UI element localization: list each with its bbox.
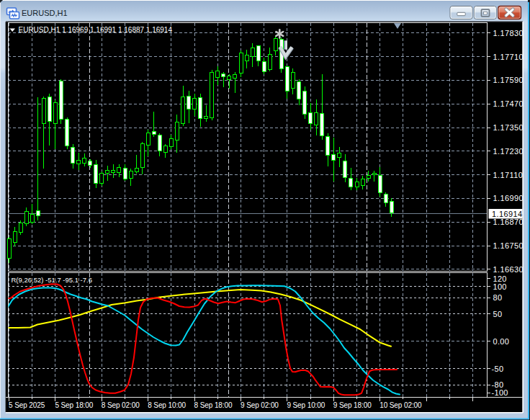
svg-text:100: 100 [493, 282, 507, 291]
svg-text:1.16630: 1.16630 [493, 265, 524, 274]
svg-text:1.16990: 1.16990 [493, 194, 524, 202]
svg-text:1.17590: 1.17590 [493, 76, 524, 84]
svg-text:1.17230: 1.17230 [493, 147, 524, 156]
svg-text:-100: -100 [492, 388, 508, 397]
svg-text:-50: -50 [492, 365, 504, 373]
svg-text:1.16750: 1.16750 [493, 241, 524, 250]
svg-text:R(9,26,52) -51.7 -95.1 -7.6: R(9,26,52) -51.7 -95.1 -7.6 [12, 276, 92, 284]
svg-text:9 Sep 02:00: 9 Sep 02:00 [241, 401, 279, 409]
svg-text:1.16870: 1.16870 [493, 218, 524, 226]
svg-text:8 Sep 02:00: 8 Sep 02:00 [102, 401, 140, 409]
svg-text:0.00: 0.00 [493, 337, 510, 346]
svg-text:1.17110: 1.17110 [493, 171, 524, 179]
svg-text:9 Sep 18:00: 9 Sep 18:00 [333, 401, 372, 409]
svg-text:50: 50 [493, 310, 503, 318]
svg-text:5 Sep 18:00: 5 Sep 18:00 [55, 401, 93, 409]
svg-text:80: 80 [493, 293, 503, 302]
svg-text:EURUSD,H1 1.16969 1.16991 1.16: EURUSD,H1 1.16969 1.16991 1.16887 1.1691… [19, 26, 173, 34]
svg-text:EURUSD,H1: EURUSD,H1 [22, 9, 68, 17]
svg-text:8 Sep 10:00: 8 Sep 10:00 [148, 401, 186, 409]
svg-text:1.17470: 1.17470 [493, 99, 524, 108]
svg-text:1.17830: 1.17830 [493, 29, 524, 37]
svg-text:9 Sep 10:00: 9 Sep 10:00 [287, 401, 325, 409]
svg-text:1.16914: 1.16914 [492, 210, 523, 218]
svg-text:120: 120 [493, 274, 507, 283]
svg-text:8 Sep 18:00: 8 Sep 18:00 [194, 401, 233, 409]
svg-text:5 Sep 2025: 5 Sep 2025 [9, 401, 45, 409]
svg-text:1.17710: 1.17710 [493, 53, 524, 61]
svg-text:10 Sep 02:00: 10 Sep 02:00 [379, 401, 422, 409]
svg-text:1.17350: 1.17350 [493, 123, 524, 132]
